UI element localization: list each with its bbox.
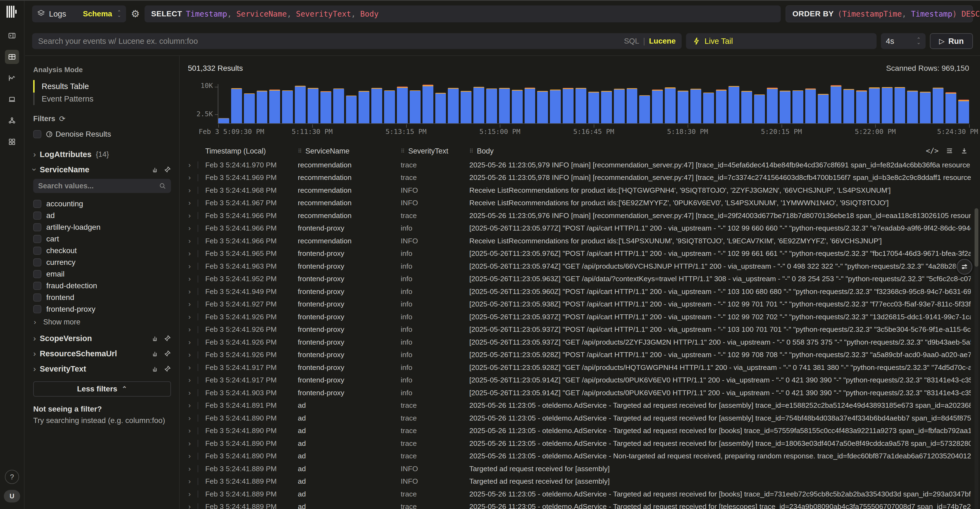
expand-row-icon[interactable]: ›	[188, 288, 205, 296]
checkbox[interactable]	[33, 270, 41, 278]
pin-icon[interactable]	[164, 350, 171, 357]
filter-group-severitytext[interactable]: ›SeverityText	[33, 361, 171, 377]
show-more-button[interactable]: › Show more	[34, 316, 171, 328]
checkbox[interactable]	[33, 282, 41, 290]
expand-row-icon[interactable]: ›	[188, 477, 205, 485]
histogram-bar[interactable]	[448, 88, 459, 123]
table-row[interactable]: ›Feb 3 5:24:41.890 PMadtrace2025-05-26 1…	[188, 437, 980, 450]
table-row[interactable]: ›Feb 3 5:24:41.890 PMadtrace2025-05-26 1…	[188, 450, 980, 463]
expand-row-icon[interactable]: ›	[188, 338, 205, 347]
checkbox[interactable]	[33, 235, 41, 243]
orderby-query-editor[interactable]: ORDER BY (TimestampTime, Timestamp) DESC	[786, 5, 973, 22]
table-row[interactable]: ›Feb 3 5:24:41.917 PMfrontend-proxyinfo[…	[188, 374, 980, 387]
histogram-bar[interactable]	[856, 91, 867, 123]
table-row[interactable]: ›Feb 3 5:24:41.967 PMrecommendationINFOR…	[188, 197, 980, 210]
expand-row-icon[interactable]: ›	[188, 325, 205, 334]
drag-handle-icon[interactable]: ⠿	[401, 148, 405, 154]
histogram-bar[interactable]	[665, 87, 676, 123]
histogram-bar[interactable]	[690, 89, 701, 123]
pin-icon[interactable]	[164, 365, 171, 372]
expand-row-icon[interactable]: ›	[188, 503, 205, 509]
col-body[interactable]: ⠿Body	[469, 147, 926, 156]
topology-icon[interactable]	[5, 113, 19, 128]
histogram-bar[interactable]	[550, 89, 561, 123]
histogram-bar[interactable]	[601, 91, 612, 123]
histogram-bar[interactable]	[882, 87, 892, 123]
histogram-bar[interactable]	[563, 88, 574, 123]
table-row[interactable]: ›Feb 3 5:24:41.968 PMrecommendationINFOR…	[188, 184, 980, 197]
table-row[interactable]: ›Feb 3 5:24:41.889 PMadINFOTargeted ad r…	[188, 463, 980, 475]
expand-row-icon[interactable]: ›	[188, 300, 205, 309]
expand-row-icon[interactable]: ›	[188, 161, 205, 169]
histogram-bar[interactable]	[384, 91, 395, 123]
expand-row-icon[interactable]: ›	[188, 414, 205, 422]
schema-mode-label[interactable]: Schema	[83, 10, 112, 18]
run-button[interactable]: ▷ Run	[930, 33, 973, 49]
expand-row-icon[interactable]: ›	[188, 464, 205, 473]
histogram-bar[interactable]	[295, 86, 306, 123]
table-scrollbar[interactable]	[975, 208, 978, 509]
drag-handle-icon[interactable]: ⠿	[298, 148, 302, 154]
histogram-bar[interactable]	[627, 88, 638, 123]
user-avatar[interactable]: U	[4, 490, 20, 503]
gear-icon[interactable]: ⚙	[131, 8, 140, 20]
histogram-bar[interactable]	[576, 88, 586, 123]
value-search-box[interactable]	[33, 179, 171, 193]
checkbox[interactable]	[33, 305, 41, 313]
refresh-interval-select[interactable]: 4s ⌃⌄	[881, 33, 926, 49]
bar-chart-icon[interactable]	[152, 350, 159, 357]
histogram-bar[interactable]	[282, 91, 293, 123]
table-row[interactable]: ›Feb 3 5:24:41.970 PMrecommendationtrace…	[188, 159, 980, 172]
histogram-bar[interactable]	[894, 87, 905, 123]
histogram-bar[interactable]	[333, 89, 344, 123]
checkbox[interactable]	[33, 258, 41, 266]
table-row[interactable]: ›Feb 3 5:24:41.966 PMrecommendationINFOR…	[188, 235, 980, 247]
expand-row-icon[interactable]: ›	[188, 490, 205, 498]
checkbox[interactable]	[33, 200, 41, 208]
col-severitytext[interactable]: ⠿SeverityText	[401, 147, 469, 156]
table-row[interactable]: ›Feb 3 5:24:41.966 PMrecommendationtrace…	[188, 209, 980, 222]
table-row[interactable]: ›Feb 3 5:24:41.903 PMfrontend-proxyinfo[…	[188, 387, 980, 399]
histogram-bar[interactable]	[244, 93, 255, 123]
histogram-bar[interactable]	[767, 87, 778, 123]
expand-row-icon[interactable]: ›	[188, 224, 205, 232]
scrollbar-thumb[interactable]	[975, 208, 978, 267]
filter-value-currency[interactable]: currency	[33, 256, 171, 268]
histogram-bar[interactable]	[678, 91, 689, 123]
filter-value-email[interactable]: email	[33, 268, 171, 280]
histogram-bar[interactable]	[958, 100, 969, 123]
value-search-input[interactable]	[38, 182, 159, 190]
filter-value-cart[interactable]: cart	[33, 233, 171, 245]
table-row[interactable]: ›Feb 3 5:24:41.917 PMfrontend-proxyinfo[…	[188, 361, 980, 374]
histogram-bar[interactable]	[537, 91, 548, 123]
col-timestamp[interactable]: Timestamp (Local)	[205, 147, 298, 156]
logs-table-icon[interactable]	[5, 50, 19, 64]
bar-chart-icon[interactable]	[152, 335, 159, 342]
expand-row-icon[interactable]: ›	[188, 275, 205, 283]
checkbox[interactable]	[33, 293, 41, 302]
histogram-bar[interactable]	[945, 92, 956, 123]
filter-value-accounting[interactable]: accounting	[33, 198, 171, 210]
expand-row-icon[interactable]: ›	[188, 389, 205, 397]
table-row[interactable]: ›Feb 3 5:24:41.969 PMrecommendationtrace…	[188, 172, 980, 184]
expand-row-icon[interactable]: ›	[188, 401, 205, 410]
bar-chart-icon[interactable]	[152, 365, 159, 372]
events-histogram[interactable]: 10K 2.5K Feb 3 5:09:30 PM5:11:30 PM5:13:…	[188, 74, 969, 136]
chart-settings-fab[interactable]	[956, 259, 972, 275]
expand-row-icon[interactable]: ›	[188, 376, 205, 384]
help-icon[interactable]: ?	[5, 470, 19, 484]
col-servicename[interactable]: ⠿ServiceName	[298, 147, 401, 156]
pin-icon[interactable]	[164, 166, 171, 173]
sql-console-icon[interactable]	[5, 29, 19, 43]
table-row[interactable]: ›Feb 3 5:24:41.890 PMadtrace2025-05-26 1…	[188, 425, 980, 437]
less-filters-button[interactable]: Less filters ⌃	[33, 381, 171, 396]
table-row[interactable]: ›Feb 3 5:24:41.889 PMadtrace2025-05-26 1…	[188, 488, 980, 501]
histogram-bar[interactable]	[729, 86, 739, 123]
histogram-bar[interactable]	[525, 87, 535, 123]
event-search-box[interactable]: SQL | Lucene	[32, 33, 682, 49]
live-tail-button[interactable]: Live Tail	[686, 33, 877, 49]
sql-toggle[interactable]: SQL	[624, 37, 639, 45]
histogram-bar[interactable]	[652, 89, 663, 123]
histogram-bar[interactable]	[371, 88, 382, 123]
mode-results-table[interactable]: Results Table	[33, 80, 171, 92]
